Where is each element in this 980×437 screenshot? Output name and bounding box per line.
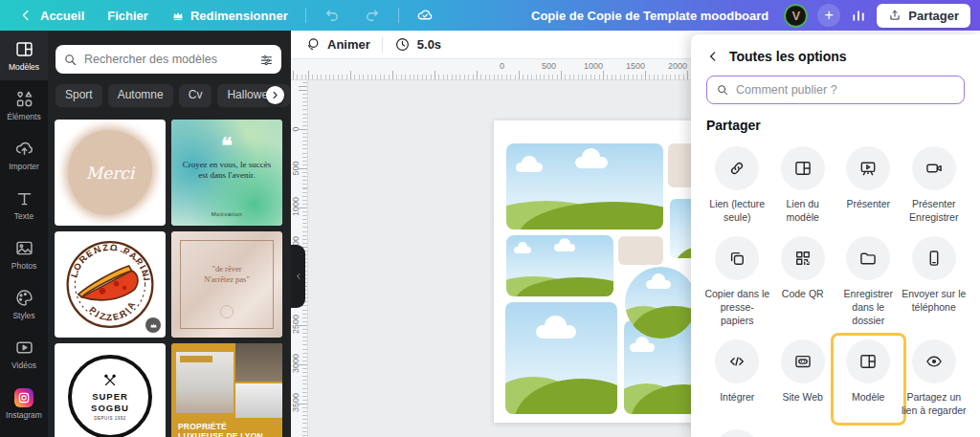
share-option-send-phone[interactable]: Envoyer sur le téléphone [902,236,968,327]
share-option-present[interactable]: Présenter [835,146,902,224]
chip-cv[interactable]: Cv [179,84,212,107]
animate-icon [304,36,321,53]
chips-scroll-right-button[interactable] [266,86,284,104]
sidebar-item-styles[interactable]: Styles [0,279,48,329]
avatar[interactable]: V [784,4,808,28]
moodboard-image-tile[interactable] [506,143,663,229]
resize-button[interactable]: Redimensionner [162,4,298,28]
phone-icon [924,249,944,268]
file-menu-button[interactable]: Fichier [98,4,158,28]
text-icon [14,188,34,208]
share-option-present-record[interactable]: Présenter Enregistrer [902,146,968,224]
interior-photo [235,343,282,382]
sidebar-item-instagram[interactable]: Instagram [0,379,48,428]
share-option-save-folder[interactable]: Enregistrer dans le dossier [835,236,902,327]
chip-sport[interactable]: Sport [56,84,102,107]
share-option-template[interactable]: Modèle [835,339,902,417]
template-icon [793,159,813,178]
sidebar-item-templates[interactable]: Modèles [0,31,48,80]
link-icon [727,159,746,178]
file-label: Fichier [107,9,148,23]
template-thumb-pizzeria[interactable]: LORENZO PAPINI PIZZERIA [55,231,166,338]
template-search-input[interactable] [84,53,253,66]
copy-icon [727,249,746,268]
filter-sliders-icon[interactable] [259,53,274,67]
moodboard-circle-tile[interactable] [625,267,697,339]
ornament [220,305,234,318]
share-button[interactable]: Partager [877,4,970,28]
sidebar-item-photos[interactable]: Photos [0,229,48,279]
share-button-label: Partager [908,9,959,23]
upload-icon [888,9,902,22]
panel-collapse-handle[interactable] [291,245,305,308]
share-options-grid: Lien (lecture seule) Lien du modèle Prés… [691,141,980,437]
svg-text:PIZZERIA: PIZZERIA [87,298,138,323]
eye-icon [924,352,944,371]
share-option-copy-clipboard[interactable]: Copier dans le presse-papiers [704,236,770,327]
website-icon [793,352,813,371]
publish-search[interactable] [706,76,965,104]
search-icon [63,53,78,67]
folder-icon [858,249,878,268]
chip-automne[interactable]: Automne [108,84,173,107]
add-member-button[interactable]: + [817,4,840,27]
home-button[interactable]: Accueil [8,2,94,29]
instagram-icon [14,388,33,407]
share-option-website[interactable]: Site Web [770,339,836,417]
design-page[interactable] [494,120,710,423]
share-panel-title: Toutes les options [729,49,847,64]
presentation-icon [858,159,878,178]
template-thumb-estate[interactable]: PROPRIÉTÉ LUXUEUSE DE LYON [171,343,282,437]
sidebar-item-elements[interactable]: Éléments [0,80,48,130]
share-option-view-link[interactable]: Lien (lecture seule) [704,146,770,224]
animate-button[interactable]: Animer [304,36,370,53]
moodboard-image-tile[interactable] [505,302,617,414]
share-option-qr-code[interactable]: Code QR [770,236,836,327]
publish-search-input[interactable] [736,83,955,97]
template-thumb-motivation[interactable]: ❝ Croyez en vous, le succès est dans l'a… [171,120,282,226]
redo-button[interactable] [354,2,390,29]
quote-mark: ❝ [171,133,282,158]
moodboard-image-tile[interactable] [506,235,613,296]
document-title[interactable]: Copie de Copie de Template moodboard [531,9,768,23]
estate-title: PROPRIÉTÉ LUXUEUSE DE LYON [178,422,263,437]
merci-text: Merci [55,120,166,226]
sidebar-item-text[interactable]: Texte [0,180,48,229]
sidebar-item-uploads[interactable]: Importer [0,130,48,180]
undo-button[interactable] [314,2,350,29]
duration-button[interactable]: 5.0s [394,36,441,53]
crossed-utensils-icon [101,372,119,389]
palette-icon [14,288,34,308]
templates-panel: Sport Automne Cv Halloween N Merci ❝ Cro… [48,31,291,437]
template-thumb-merci[interactable]: Merci [55,120,166,226]
share-option-prototype[interactable]: Prototype [704,429,770,437]
top-bar: Accueil Fichier Redimensionner Copie de … [0,0,980,31]
cloud-save-status[interactable] [407,2,443,29]
home-label: Accueil [40,9,84,23]
share-option-embed[interactable]: Intégrer [704,339,770,417]
divider [398,8,399,23]
chevron-left-icon [17,7,34,24]
video-icon [14,338,34,358]
template-search[interactable] [56,45,281,74]
estate-flyer: PROPRIÉTÉ LUXUEUSE DE LYON [171,343,282,437]
moodboard-beige-tile[interactable] [618,236,663,265]
template-thumb-sogbu[interactable]: SUPER SOGBU DEPUIS 1992 [55,343,166,437]
share-option-template-link[interactable]: Lien du modèle [770,146,836,224]
insights-chart-icon[interactable] [850,7,867,24]
share-section-title: Partager [691,118,980,141]
crown-icon [171,9,185,22]
template-thumb-silk-quote[interactable]: "de rêver N'arrêtez pas" [171,231,282,338]
qr-code-icon [793,249,813,268]
search-icon [716,83,729,97]
sogbu-logo: SUPER SOGBU DEPUIS 1992 [68,355,152,437]
share-option-watch-link[interactable]: Partagez un lien à regarder [902,339,968,417]
crown-icon [149,321,158,330]
embed-code-icon [727,352,746,371]
pro-badge [145,317,161,333]
share-panel: Toutes les options Partager Lien (lectur… [691,34,980,437]
back-chevron-icon[interactable] [706,50,720,63]
redo-icon [364,7,381,24]
video-camera-icon [924,159,944,178]
sidebar-item-videos[interactable]: Vidéos [0,329,48,379]
